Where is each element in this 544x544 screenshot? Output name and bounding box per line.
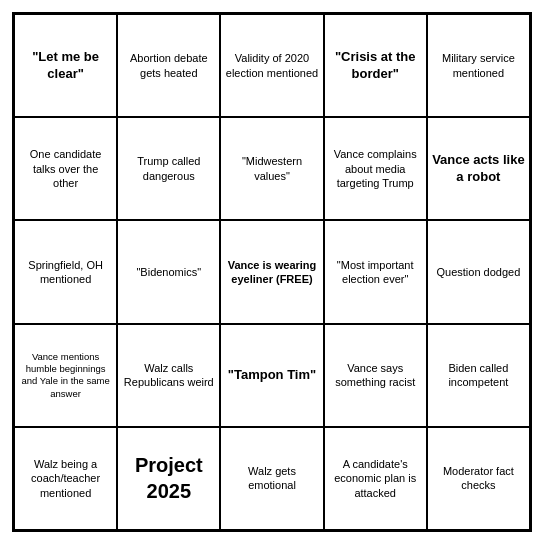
cell-text-r4c2: Walz gets emotional [225,464,318,493]
bingo-cell-r0c3[interactable]: "Crisis at the border" [324,14,427,117]
cell-text-r1c4: Vance acts like a robot [432,152,525,186]
bingo-cell-r1c1[interactable]: Trump called dangerous [117,117,220,220]
bingo-cell-r4c0[interactable]: Walz being a coach/teacher mentioned [14,427,117,530]
cell-text-r2c1: "Bidenomics" [136,265,201,279]
bingo-cell-r0c4[interactable]: Military service mentioned [427,14,530,117]
cell-text-r0c4: Military service mentioned [432,51,525,80]
bingo-board: "Let me be clear"Abortion debate gets he… [12,12,532,532]
bingo-cell-r1c2[interactable]: "Midwestern values" [220,117,323,220]
cell-text-r4c4: Moderator fact checks [432,464,525,493]
bingo-cell-r0c2[interactable]: Validity of 2020 election mentioned [220,14,323,117]
bingo-grid: "Let me be clear"Abortion debate gets he… [14,14,530,530]
bingo-cell-r4c1[interactable]: Project 2025 [117,427,220,530]
bingo-cell-r1c4[interactable]: Vance acts like a robot [427,117,530,220]
cell-text-r4c3: A candidate's economic plan is attacked [329,457,422,500]
bingo-cell-r2c2[interactable]: Vance is wearing eyeliner (FREE) [220,220,323,323]
cell-text-r2c0: Springfield, OH mentioned [19,258,112,287]
bingo-cell-r3c0[interactable]: Vance mentions humble beginnings and Yal… [14,324,117,427]
bingo-cell-r2c1[interactable]: "Bidenomics" [117,220,220,323]
bingo-cell-r0c0[interactable]: "Let me be clear" [14,14,117,117]
bingo-cell-r0c1[interactable]: Abortion debate gets heated [117,14,220,117]
cell-text-r3c2: "Tampon Tim" [228,367,316,384]
cell-text-r2c4: Question dodged [436,265,520,279]
cell-text-r3c0: Vance mentions humble beginnings and Yal… [19,351,112,400]
cell-text-r3c3: Vance says something racist [329,361,422,390]
bingo-cell-r4c2[interactable]: Walz gets emotional [220,427,323,530]
bingo-cell-r4c4[interactable]: Moderator fact checks [427,427,530,530]
cell-text-r2c3: "Most important election ever" [329,258,422,287]
bingo-cell-r2c4[interactable]: Question dodged [427,220,530,323]
cell-text-r3c4: Biden called incompetent [432,361,525,390]
bingo-cell-r2c3[interactable]: "Most important election ever" [324,220,427,323]
bingo-cell-r2c0[interactable]: Springfield, OH mentioned [14,220,117,323]
bingo-cell-r1c0[interactable]: One candidate talks over the other [14,117,117,220]
cell-text-r2c2: Vance is wearing eyeliner (FREE) [225,258,318,287]
bingo-cell-r1c3[interactable]: Vance complains about media targeting Tr… [324,117,427,220]
cell-text-r3c1: Walz calls Republicans weird [122,361,215,390]
cell-text-r1c1: Trump called dangerous [122,154,215,183]
bingo-cell-r3c1[interactable]: Walz calls Republicans weird [117,324,220,427]
cell-text-r0c1: Abortion debate gets heated [122,51,215,80]
cell-text-r1c3: Vance complains about media targeting Tr… [329,147,422,190]
cell-text-r0c0: "Let me be clear" [19,49,112,83]
cell-text-r1c2: "Midwestern values" [225,154,318,183]
bingo-cell-r3c2[interactable]: "Tampon Tim" [220,324,323,427]
cell-text-r0c2: Validity of 2020 election mentioned [225,51,318,80]
bingo-cell-r4c3[interactable]: A candidate's economic plan is attacked [324,427,427,530]
bingo-cell-r3c4[interactable]: Biden called incompetent [427,324,530,427]
cell-text-r4c0: Walz being a coach/teacher mentioned [19,457,112,500]
cell-text-r1c0: One candidate talks over the other [19,147,112,190]
cell-text-r4c1: Project 2025 [122,452,215,504]
cell-text-r0c3: "Crisis at the border" [329,49,422,83]
bingo-cell-r3c3[interactable]: Vance says something racist [324,324,427,427]
